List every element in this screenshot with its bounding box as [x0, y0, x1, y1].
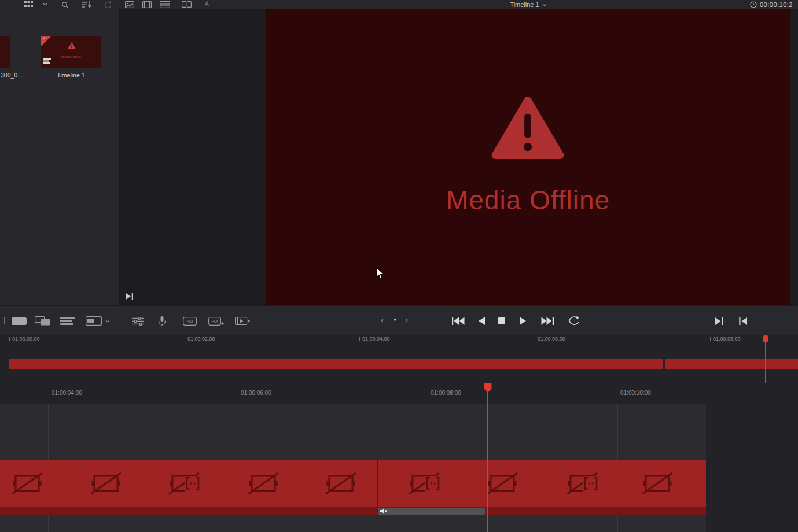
sort-icon [82, 1, 91, 8]
loop-button[interactable] [568, 316, 580, 326]
edit-toolbar: POI POI ‹ ● › [0, 305, 798, 335]
skip-to-end-icon [126, 293, 134, 300]
track-rows-view-button[interactable] [60, 317, 75, 325]
media-clip-label: 300_0... [0, 72, 25, 79]
viewer-timeline-selector[interactable]: Timeline 1 [470, 1, 586, 8]
poi-marker-button[interactable]: POI [183, 316, 197, 326]
jump-to-previous-edit-button[interactable] [738, 317, 747, 325]
voiceover-button[interactable] [158, 316, 166, 326]
timeline-icon [160, 1, 170, 8]
skip-back-icon [452, 317, 465, 325]
letter-a-icon: A [205, 1, 209, 7]
cutoff-tool-button[interactable] [0, 317, 5, 324]
microphone-icon [158, 316, 166, 326]
refresh-icon [104, 1, 112, 9]
ruler-tick-label: 01:00:10:00 [620, 390, 651, 396]
audio-mute-bar[interactable] [378, 508, 485, 515]
source-clip-view-button[interactable] [125, 1, 134, 8]
sort-button[interactable] [82, 1, 91, 8]
view-options-caret[interactable] [43, 3, 47, 6]
stop-icon [498, 317, 505, 324]
loop-icon [568, 316, 580, 326]
ruler-tick-label: 01:00:06:00 [538, 336, 565, 342]
film-strip-icon [142, 1, 152, 8]
dual-screen-button[interactable] [182, 1, 192, 8]
media-offline-message: Media Offline [266, 184, 790, 216]
cursor-arrow-icon [376, 267, 384, 279]
play-icon [520, 317, 526, 325]
tools-button[interactable] [132, 317, 144, 326]
chevron-down-icon [43, 3, 47, 6]
go-to-end-button[interactable] [541, 317, 554, 325]
step-forward-button[interactable]: › [405, 315, 408, 324]
refresh-button[interactable] [104, 1, 112, 9]
warning-triangle-icon [68, 42, 76, 49]
timecode-display: 00:00:10:2 [760, 1, 793, 8]
viewer-panel: Media Offline [120, 9, 798, 305]
chevron-right-icon: › [405, 315, 408, 324]
viewer-title: Timeline 1 [510, 1, 539, 8]
upper-timeline-overview[interactable]: 01:00:00:00 01:00:02:00 01:00:04:00 01:0… [0, 335, 798, 383]
full-extent-zoom-button[interactable] [12, 317, 27, 325]
media-offline-clip-icon [11, 472, 43, 495]
media-offline-clip-icon [168, 472, 200, 495]
dot-icon: ● [394, 317, 396, 322]
main-timeline[interactable]: 01:00:04:00 01:00:06:00 01:00:08:00 01:0… [0, 383, 798, 532]
svg-text:POI: POI [211, 319, 218, 323]
stop-button[interactable] [498, 317, 505, 324]
sliders-icon [132, 317, 144, 326]
current-frame-button[interactable]: ● [394, 317, 396, 322]
focus-region-icon [86, 316, 102, 326]
svg-text:POI: POI [186, 319, 193, 323]
audio-trim-button[interactable]: A [205, 1, 209, 7]
media-offline-clip-icon [408, 472, 440, 495]
image-view-icon [125, 1, 134, 8]
timeline-view-button[interactable] [160, 1, 170, 8]
audio-clip-1[interactable] [0, 507, 377, 515]
mouse-cursor [376, 267, 384, 279]
zoom-window-view-button[interactable] [86, 316, 102, 326]
chevron-left-icon: ‹ [381, 315, 384, 324]
clock-icon [750, 1, 757, 8]
smart-insert-button[interactable] [235, 316, 250, 326]
ruler-tick-label: 01:00:02:00 [187, 336, 215, 342]
resolve-cut-page: A Timeline 1 00:00:10:2 300_0... Media O… [0, 0, 798, 532]
search-button[interactable] [61, 1, 69, 9]
view-mode-caret[interactable] [105, 320, 110, 323]
ruler-tick-label: 01:00:04:00 [52, 390, 82, 396]
go-to-start-button[interactable] [452, 317, 465, 325]
media-offline-clip-icon [247, 472, 280, 495]
skip-forward-icon [541, 317, 554, 325]
chevron-down-icon [105, 320, 110, 323]
jump-to-last-edit-button[interactable] [126, 293, 134, 300]
timeline-thumbnail-label: Timeline 1 [41, 72, 101, 79]
clip-play-icon [235, 316, 250, 326]
overview-clip-2[interactable] [665, 359, 798, 369]
dual-timeline-view-button[interactable] [35, 316, 51, 326]
media-offline-clip-icon [641, 472, 674, 495]
stacked-clips-icon [35, 316, 51, 326]
overview-clip-1[interactable] [9, 359, 663, 369]
source-tape-view-button[interactable] [142, 1, 152, 8]
ruler-tick-label: 01:00:06:00 [241, 390, 271, 396]
chevron-down-icon [542, 3, 547, 6]
ruler-tick-mark [185, 337, 185, 341]
poi-add-button[interactable]: POI [208, 316, 224, 326]
media-clip-thumbnail-partial[interactable] [0, 36, 10, 68]
audio-sync-badge-icon [185, 476, 200, 493]
overview-playhead-line[interactable] [765, 335, 766, 383]
play-reverse-button[interactable] [479, 317, 485, 325]
timecode-clock [750, 1, 757, 8]
media-offline-clip-icon [486, 472, 518, 495]
jump-to-next-edit-button[interactable] [715, 317, 724, 325]
media-offline-clip-icon [90, 472, 122, 495]
play-button[interactable] [520, 317, 526, 325]
timeline-thumbnail[interactable]: Media Offline ✓ [41, 36, 101, 68]
timeline-type-icon [43, 58, 51, 64]
timeline-playhead-line[interactable] [487, 384, 488, 532]
clip-view-button[interactable] [24, 1, 33, 8]
skip-to-start-icon [738, 317, 747, 325]
play-reverse-icon [479, 317, 485, 325]
step-back-button[interactable]: ‹ [381, 315, 384, 324]
ruler-tick-mark [9, 337, 10, 341]
